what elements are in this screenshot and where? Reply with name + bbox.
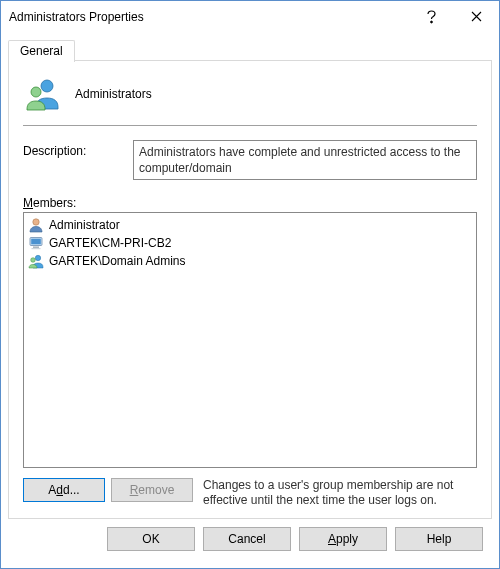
- description-row: Description: Administrators have complet…: [23, 140, 477, 180]
- members-label: Members:: [23, 196, 477, 210]
- action-row: Add... Remove Changes to a user's group …: [23, 478, 477, 508]
- help-icon[interactable]: [409, 1, 454, 32]
- svg-point-1: [41, 80, 53, 92]
- add-remove-row: Add... Remove: [23, 478, 193, 502]
- add-button[interactable]: Add...: [23, 478, 105, 502]
- client-area: General Administrators Descri: [1, 32, 499, 568]
- dialog-window: Administrators Properties General: [0, 0, 500, 569]
- computer-icon: [28, 235, 44, 251]
- window-title: Administrators Properties: [9, 10, 409, 24]
- list-item[interactable]: Administrator: [28, 216, 472, 234]
- titlebar: Administrators Properties: [1, 1, 499, 32]
- close-icon[interactable]: [454, 1, 499, 32]
- group-icon: [25, 77, 61, 111]
- group-icon: [28, 253, 44, 269]
- divider: [23, 125, 477, 126]
- svg-rect-7: [32, 248, 41, 249]
- list-item[interactable]: GARTEK\CM-PRI-CB2: [28, 234, 472, 252]
- tab-general[interactable]: General: [8, 40, 75, 62]
- titlebar-buttons: [409, 1, 499, 32]
- list-item-label: GARTEK\CM-PRI-CB2: [49, 236, 171, 250]
- list-item-label: GARTEK\Domain Admins: [49, 254, 186, 268]
- help-button[interactable]: Help: [395, 527, 483, 551]
- bottom-button-row: OK Cancel Apply Help: [8, 519, 492, 561]
- remove-button: Remove: [111, 478, 193, 502]
- tab-content: Administrators Description: Administrato…: [8, 61, 492, 519]
- svg-point-0: [430, 21, 432, 23]
- svg-point-3: [33, 219, 39, 225]
- membership-note: Changes to a user's group membership are…: [203, 478, 477, 508]
- list-item-label: Administrator: [49, 218, 120, 232]
- svg-rect-6: [33, 247, 39, 248]
- cancel-button[interactable]: Cancel: [203, 527, 291, 551]
- ok-button[interactable]: OK: [107, 527, 195, 551]
- description-label: Description:: [23, 140, 113, 180]
- user-icon: [28, 217, 44, 233]
- svg-point-2: [31, 87, 41, 97]
- svg-point-9: [31, 258, 36, 263]
- description-input[interactable]: Administrators have complete and unrestr…: [133, 140, 477, 180]
- svg-rect-5: [31, 239, 41, 245]
- svg-point-8: [35, 256, 40, 261]
- tab-filler: [75, 39, 492, 61]
- list-item[interactable]: GARTEK\Domain Admins: [28, 252, 472, 270]
- members-listbox[interactable]: Administrator GARTEK\CM-PRI-CB2 GARTEK\D…: [23, 212, 477, 468]
- group-name: Administrators: [75, 87, 152, 101]
- apply-button[interactable]: Apply: [299, 527, 387, 551]
- tabs-row: General: [8, 39, 492, 61]
- group-header: Administrators: [25, 77, 477, 111]
